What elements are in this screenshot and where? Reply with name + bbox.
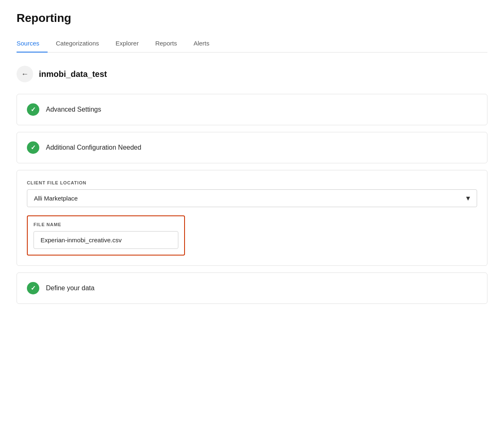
advanced-settings-check-icon	[27, 103, 39, 116]
additional-config-label: Additional Configuration Needed	[46, 144, 141, 151]
file-name-label: FILE NAME	[34, 222, 178, 227]
page-title: Reporting	[17, 12, 487, 25]
source-name: inmobi_data_test	[39, 69, 107, 79]
config-section: CLIENT FILE LOCATION Alli Marketplace Ot…	[17, 170, 487, 266]
file-name-input[interactable]	[34, 231, 178, 249]
tab-alerts[interactable]: Alerts	[185, 35, 218, 53]
client-file-location-label: CLIENT FILE LOCATION	[27, 180, 477, 185]
tab-sources[interactable]: Sources	[17, 35, 48, 53]
client-file-location-select[interactable]: Alli Marketplace Other	[27, 189, 477, 207]
breadcrumb: ← inmobi_data_test	[17, 66, 487, 82]
advanced-settings-card: Advanced Settings	[17, 94, 487, 125]
tab-reports[interactable]: Reports	[147, 35, 185, 53]
additional-config-card: Additional Configuration Needed	[17, 132, 487, 163]
file-name-group: FILE NAME	[27, 215, 185, 256]
additional-config-check-icon	[27, 141, 39, 154]
tab-explorer[interactable]: Explorer	[107, 35, 147, 53]
client-file-location-wrapper: Alli Marketplace Other ▼	[27, 189, 477, 207]
define-data-card: Define your data	[17, 272, 487, 304]
advanced-settings-label: Advanced Settings	[46, 106, 101, 113]
define-data-check-icon	[27, 282, 39, 294]
tab-bar: Sources Categorizations Explorer Reports…	[17, 35, 487, 53]
tab-categorizations[interactable]: Categorizations	[48, 35, 107, 53]
define-data-label: Define your data	[46, 284, 94, 292]
back-button[interactable]: ←	[17, 66, 33, 82]
